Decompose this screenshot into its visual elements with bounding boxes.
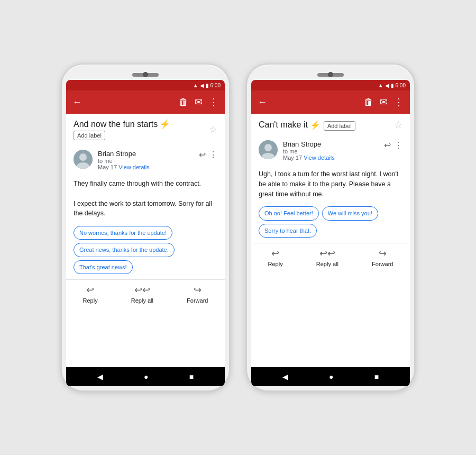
add-label-btn-1[interactable]: Add label [74, 131, 105, 140]
reply-icon-1[interactable]: ↩ [199, 150, 206, 160]
email-content-1: And now the fun starts ⚡ Add label ☆ [66, 114, 225, 367]
reply-btn-2[interactable]: ↩ Reply [268, 248, 283, 267]
email-content-2: Can't make it ⚡ Add label ☆ [251, 114, 410, 367]
sender-info-1: Brian Strope to me May 17 View details [98, 150, 194, 170]
wifi-icon-2: ◀ [385, 83, 389, 88]
forward-btn-1[interactable]: ↪ Forward [187, 284, 208, 304]
svg-point-4 [264, 144, 272, 151]
reply-all-btn-label-1: Reply all [131, 297, 153, 304]
forward-btn-label-1: Forward [187, 297, 208, 304]
reply-btn-icon-1: ↩ [86, 284, 94, 296]
status-bar-2: ▲ ◀ ▮ 6:00 [251, 80, 410, 90]
sender-name-2: Brian Strope [283, 140, 379, 148]
subject-text-2: Can't make it [259, 120, 308, 130]
app-bar-2: ← 🗑 ✉ ⋮ [251, 90, 410, 114]
recent-nav-2[interactable]: ■ [374, 372, 379, 381]
back-button-2[interactable]: ← [258, 97, 267, 108]
subject-row-1: And now the fun starts ⚡ Add label ☆ [74, 119, 217, 140]
recent-nav-1[interactable]: ■ [189, 372, 194, 381]
back-nav-1[interactable]: ◀ [97, 372, 103, 381]
more-icon-1[interactable]: ⋮ [209, 150, 217, 160]
reply-all-btn-2[interactable]: ↩↩ Reply all [316, 248, 338, 267]
forward-btn-label-2: Forward [372, 261, 393, 267]
action-bar-2: ↩ Reply ↩↩ Reply all ↪ Forward [251, 243, 410, 272]
smart-reply-2-3[interactable]: Sorry to hear that. [259, 224, 317, 238]
smart-replies-1: No worries, thanks for the update! Great… [66, 223, 225, 279]
home-nav-1[interactable]: ● [144, 372, 148, 381]
time-display-1: 6:00 [210, 83, 221, 88]
sender-row-2: Brian Strope to me May 17 View details ↩… [259, 140, 402, 161]
lightning-icon-1: ⚡ [160, 119, 170, 129]
more-button-2[interactable]: ⋮ [394, 96, 404, 108]
email-body-2: Ugh, I took a turn for the worst last ni… [251, 169, 410, 203]
view-details-2[interactable]: View details [304, 154, 335, 161]
more-button-1[interactable]: ⋮ [209, 96, 218, 108]
sender-to-1: to me [98, 158, 194, 164]
phone-1-screen: ▲ ◀ ▮ 6:00 ← 🗑 ✉ ⋮ And now the fun start… [66, 80, 225, 386]
reply-all-btn-icon-1: ↩↩ [134, 284, 150, 296]
reply-btn-1[interactable]: ↩ Reply [83, 284, 98, 304]
body-p1-2: Ugh, I took a turn for the worst last ni… [259, 169, 402, 199]
more-icon-2[interactable]: ⋮ [394, 140, 402, 150]
phone-1: ▲ ◀ ▮ 6:00 ← 🗑 ✉ ⋮ And now the fun start… [61, 63, 230, 392]
back-button-1[interactable]: ← [72, 97, 82, 108]
nav-bar-1: ◀ ● ■ [66, 367, 225, 386]
reply-all-btn-label-2: Reply all [316, 261, 338, 267]
avatar-2 [259, 140, 278, 159]
battery-icon: ▮ [206, 83, 209, 88]
sender-date-1: May 17 View details [98, 164, 194, 170]
email-button-2[interactable]: ✉ [380, 96, 388, 108]
sender-row-1: Brian Strope to me May 17 View details ↩… [74, 150, 217, 170]
phone-2-screen: ▲ ◀ ▮ 6:00 ← 🗑 ✉ ⋮ Can't make it ⚡ [251, 80, 410, 386]
home-nav-2[interactable]: ● [329, 372, 333, 381]
smart-reply-2-2[interactable]: We will miss you! [322, 206, 378, 220]
smart-reply-1-3[interactable]: That's great news! [74, 260, 133, 274]
sender-to-2: to me [283, 148, 379, 154]
camera-1 [143, 72, 148, 77]
sender-info-2: Brian Strope to me May 17 View details [283, 140, 379, 161]
status-bar-1: ▲ ◀ ▮ 6:00 [66, 80, 225, 90]
smart-reply-1-1[interactable]: No worries, thanks for the update! [74, 226, 172, 240]
reply-btn-label-1: Reply [83, 297, 98, 304]
forward-btn-icon-1: ↪ [194, 284, 202, 296]
camera-2 [328, 72, 333, 77]
nav-bar-2: ◀ ● ■ [251, 367, 410, 386]
battery-icon-2: ▮ [391, 83, 394, 88]
reply-btn-label-2: Reply [268, 261, 283, 267]
reply-icon-2[interactable]: ↩ [384, 140, 391, 150]
star-icon-2[interactable]: ☆ [394, 119, 402, 131]
reply-all-btn-icon-2: ↩↩ [319, 248, 335, 259]
smart-reply-2-1[interactable]: Oh no! Feel better! [259, 206, 319, 220]
star-icon-1[interactable]: ☆ [209, 124, 217, 135]
app-bar-1: ← 🗑 ✉ ⋮ [66, 90, 225, 114]
signal-icon: ▲ [193, 83, 198, 88]
email-button-1[interactable]: ✉ [195, 96, 203, 108]
smart-reply-1-2[interactable]: Great news, thanks for the update. [74, 243, 175, 257]
smart-replies-2: Oh no! Feel better! We will miss you! So… [251, 203, 410, 243]
status-icons-2: ▲ ◀ ▮ 6:00 [378, 83, 406, 88]
status-icons-1: ▲ ◀ ▮ 6:00 [193, 83, 221, 88]
back-nav-2[interactable]: ◀ [282, 372, 288, 381]
subject-row-2: Can't make it ⚡ Add label ☆ [259, 119, 402, 131]
avatar-1 [74, 150, 93, 169]
sender-actions-2: ↩ ⋮ [384, 140, 402, 150]
forward-btn-icon-2: ↪ [379, 248, 387, 259]
time-display-2: 6:00 [396, 83, 406, 88]
view-details-1[interactable]: View details [118, 164, 150, 170]
email-header-2: Can't make it ⚡ Add label ☆ [251, 114, 410, 136]
message-card-2: Brian Strope to me May 17 View details ↩… [251, 136, 410, 169]
email-body-1: They finally came through with the contr… [66, 179, 225, 223]
body-p2-1: I expect the work to start tomorrow. Sor… [74, 199, 217, 219]
sender-date-2: May 17 View details [283, 154, 379, 161]
forward-btn-2[interactable]: ↪ Forward [372, 248, 393, 267]
email-subject-2: Can't make it ⚡ [259, 120, 321, 130]
delete-button-2[interactable]: 🗑 [364, 97, 373, 108]
phone-1-top-bar [66, 71, 225, 80]
reply-all-btn-1[interactable]: ↩↩ Reply all [131, 284, 153, 304]
sender-name-1: Brian Strope [98, 150, 194, 158]
delete-button-1[interactable]: 🗑 [179, 97, 188, 108]
phone-2-top-bar [251, 71, 410, 80]
lightning-icon-2: ⚡ [310, 120, 321, 130]
add-label-btn-2[interactable]: Add label [324, 121, 355, 131]
action-bar-1: ↩ Reply ↩↩ Reply all ↪ Forward [66, 279, 225, 309]
